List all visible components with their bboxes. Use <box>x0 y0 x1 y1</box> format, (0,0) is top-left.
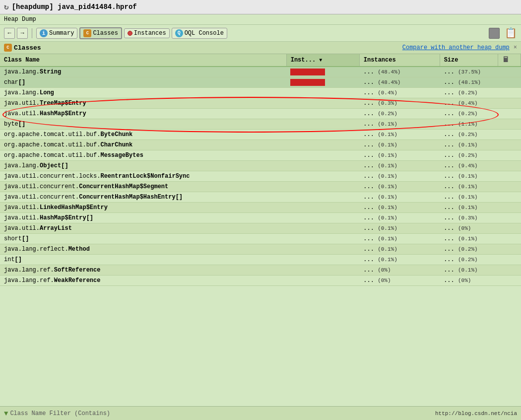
back-button[interactable]: ← <box>4 28 15 39</box>
table-row[interactable]: java.util.HashMap$Entry[]... (0.1%)... (… <box>0 213 521 223</box>
table-row[interactable]: java.lang.ref.SoftReference... (0%)... (… <box>0 265 521 276</box>
menu-bar: Heap Dump <box>0 14 521 25</box>
inst-bar-cell <box>286 276 359 286</box>
footer-bar: ▼ Class Name Filter (Contains) http://bl… <box>0 406 521 420</box>
instances-cell: ... (0.3%) <box>359 98 440 109</box>
oql-button[interactable]: Q OQL Console <box>172 28 227 39</box>
table-row[interactable]: java.util.concurrent.ConcurrentHashMap$H… <box>0 192 521 203</box>
class-name-cell: org.apache.tomcat.util.buf.ByteChunk <box>0 130 286 140</box>
table-row[interactable]: java.lang.Long... (0.4%)... (0.2%) <box>0 88 521 98</box>
extra-cell <box>498 203 521 213</box>
class-name-cell: java.util.TreeMap$Entry <box>0 98 286 109</box>
extra-cell <box>498 182 521 192</box>
spin-icon: ↻ <box>4 2 9 12</box>
table-row[interactable]: org.apache.tomcat.util.buf.ByteChunk... … <box>0 130 521 140</box>
extra-cell <box>498 213 521 223</box>
instances-cell: ... (0.1%) <box>359 213 440 223</box>
table-row[interactable]: char[]... (48.4%)... (48.1%) <box>0 77 521 88</box>
table-row[interactable]: java.util.concurrent.locks.ReentrantLock… <box>0 171 521 182</box>
table-row[interactable]: short[]... (0.1%)... (0.1%) <box>0 234 521 244</box>
extra-cell <box>498 276 521 286</box>
instances-cell: ... (0.1%) <box>359 161 440 171</box>
col-class-name[interactable]: Class Name <box>0 54 286 67</box>
class-name-cell: java.lang.Object[] <box>0 161 286 171</box>
extra-cell <box>498 67 521 77</box>
col-size[interactable]: Size <box>440 54 498 67</box>
col-calc[interactable]: 🖩 <box>498 54 521 67</box>
filter-label[interactable]: Class Name Filter (Contains) <box>10 410 110 417</box>
inst-bar-cell <box>286 265 359 276</box>
table-row[interactable]: java.util.TreeMap$Entry... (0.3%)... (0.… <box>0 98 521 109</box>
table-row[interactable]: java.lang.reflect.Method... (0.1%)... (0… <box>0 244 521 255</box>
oql-icon: Q <box>175 29 183 37</box>
table-header-row: Class Name Inst... ▼ Instances Size 🖩 <box>0 54 521 67</box>
classes-panel-icon: C <box>4 44 12 52</box>
table-row[interactable]: java.lang.String... (48.4%)... (37.5%) <box>0 67 521 77</box>
extra-cell <box>498 161 521 171</box>
filter-area: ▼ Class Name Filter (Contains) <box>4 410 110 418</box>
compare-link[interactable]: Compare with another heap dump <box>402 44 510 51</box>
size-cell: ... (0.4%) <box>440 98 498 109</box>
table-row[interactable]: java.util.ArrayList... (0.1%)... (0%) <box>0 223 521 234</box>
table-row[interactable]: java.lang.ref.WeakReference... (0%)... (… <box>0 276 521 286</box>
extra-cell <box>498 98 521 109</box>
table-row[interactable]: java.util.concurrent.ConcurrentHashMap$S… <box>0 182 521 192</box>
extra-cell <box>498 244 521 255</box>
class-name-cell: org.apache.tomcat.util.buf.MessageBytes <box>0 150 286 161</box>
size-cell: ... (9.4%) <box>440 161 498 171</box>
instances-cell: ... (0.1%) <box>359 150 440 161</box>
forward-button[interactable]: → <box>17 28 28 39</box>
instances-cell: ... (0.1%) <box>359 171 440 182</box>
summary-button[interactable]: i Summary <box>36 28 77 39</box>
snapshot-icon <box>489 28 500 39</box>
extra-cell <box>498 109 521 119</box>
size-cell: ... (0.1%) <box>440 234 498 244</box>
close-panel-button[interactable]: × <box>514 44 517 51</box>
col-instances[interactable]: Instances <box>359 54 440 67</box>
inst-bar-cell <box>286 234 359 244</box>
instances-button[interactable]: Instances <box>124 28 170 38</box>
table-row[interactable]: java.lang.Object[]... (0.1%)... (9.4%) <box>0 161 521 171</box>
class-name-cell: java.util.concurrent.ConcurrentHashMap$S… <box>0 182 286 192</box>
extra-cell <box>498 192 521 203</box>
classes-button[interactable]: C Classes <box>79 27 122 39</box>
inst-bar-cell <box>286 77 359 88</box>
table-row[interactable]: int[]... (0.1%)... (0.2%) <box>0 255 521 265</box>
inst-bar-cell <box>286 203 359 213</box>
size-cell: ... (0.1%) <box>440 265 498 276</box>
instances-cell: ... (48.4%) <box>359 77 440 88</box>
classes-icon: C <box>83 29 91 37</box>
instances-cell: ... (0.1%) <box>359 244 440 255</box>
table-row[interactable]: java.util.LinkedHashMap$Entry... (0.1%).… <box>0 203 521 213</box>
class-name-cell: java.lang.String <box>0 67 286 77</box>
extra-cell <box>498 171 521 182</box>
extra-cell <box>498 223 521 234</box>
table-row[interactable]: org.apache.tomcat.util.buf.MessageBytes.… <box>0 150 521 161</box>
class-name-cell: java.lang.ref.WeakReference <box>0 276 286 286</box>
inst-bar-cell <box>286 98 359 109</box>
table-row[interactable]: org.apache.tomcat.util.buf.CharChunk... … <box>0 140 521 150</box>
class-name-cell: org.apache.tomcat.util.buf.CharChunk <box>0 140 286 150</box>
inst-bar-cell <box>286 130 359 140</box>
extra-cell <box>498 130 521 140</box>
inst-bar-cell <box>286 192 359 203</box>
extra-cell <box>498 140 521 150</box>
menu-heapdump[interactable]: Heap Dump <box>4 16 36 23</box>
extra-cell <box>498 150 521 161</box>
class-name-cell: java.util.HashMap$Entry[] <box>0 213 286 223</box>
toolbar-divider <box>32 28 32 38</box>
export-icon[interactable]: 📋 <box>505 27 517 39</box>
table-row[interactable]: java.util.HashMap$Entry... (0.2%)... (0.… <box>0 109 521 119</box>
inst-bar-cell <box>286 67 359 77</box>
instances-cell: ... (0.1%) <box>359 130 440 140</box>
class-name-cell: java.util.HashMap$Entry <box>0 109 286 119</box>
instances-cell: ... (0.1%) <box>359 119 440 130</box>
size-cell: ... (0.2%) <box>440 130 498 140</box>
col-inst-bar[interactable]: Inst... ▼ <box>286 54 359 67</box>
size-cell: ... (1.1%) <box>440 119 498 130</box>
class-name-cell: java.util.concurrent.locks.ReentrantLock… <box>0 171 286 182</box>
info-icon: i <box>40 29 48 37</box>
inst-bar-cell <box>286 88 359 98</box>
instances-cell: ... (0%) <box>359 276 440 286</box>
table-row[interactable]: byte[]... (0.1%)... (1.1%) <box>0 119 521 130</box>
